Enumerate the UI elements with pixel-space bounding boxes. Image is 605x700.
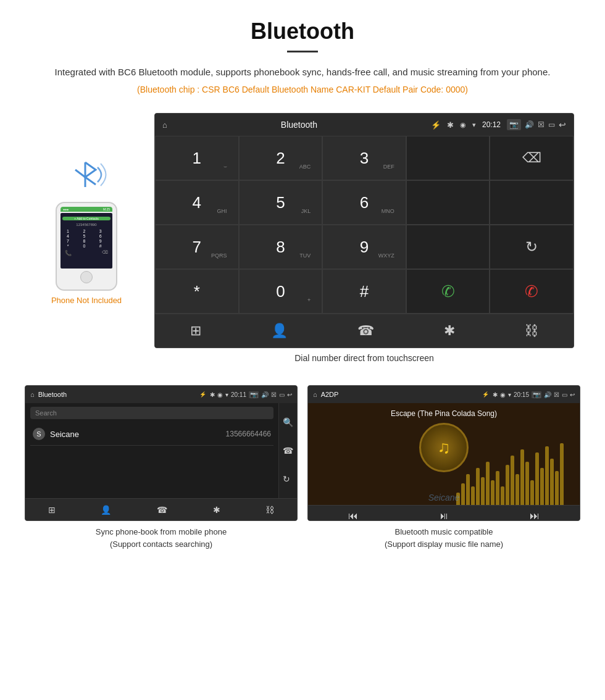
- dial-empty-4-2: [490, 180, 574, 225]
- bluetooth-signal-icon: [62, 150, 111, 199]
- dial-key-star[interactable]: *: [155, 269, 239, 314]
- pb-title: Bluetooth: [38, 391, 196, 398]
- location-icon: ◉: [460, 121, 466, 129]
- phone-mockup: ●●● M:25 + Add to Contacts 1234567890 1 …: [56, 202, 117, 291]
- music-note-icon: ♫: [438, 438, 451, 457]
- bottom-screens-section: ⌂ Bluetooth ⚡ ✱ ◉ ▾ 20:11 📷 🔊 ☒ ▭ ↩: [0, 385, 605, 565]
- eq-bar-10: [501, 486, 504, 505]
- dial-key-1[interactable]: 1 ⌣: [155, 136, 239, 180]
- dial-call-green-btn[interactable]: ✆: [406, 269, 490, 314]
- eq-bar-5: [476, 468, 480, 505]
- dial-key-2[interactable]: 2 ABC: [239, 136, 323, 180]
- dial-call-red-btn[interactable]: ✆: [490, 269, 574, 314]
- music-vol-icon: 🔊: [544, 391, 551, 398]
- pb-time: 20:11: [231, 391, 246, 398]
- home-icon: ⌂: [162, 120, 167, 130]
- screen-header: ⌂ Bluetooth ⚡ ✱ ◉ ▾ 20:12 📷 🔊 ☒ ▭ ↩: [155, 114, 574, 136]
- phone-top-bar: ●●● M:25: [60, 207, 112, 212]
- music-header-icons: ✱ ◉ ▾ 20:15 📷 🔊 ☒ ▭ ↩: [493, 391, 575, 398]
- page-title: Bluetooth: [37, 19, 568, 44]
- dial-bottom-row: ⊞ 👤 ☎ ✱ ⛓: [155, 314, 574, 348]
- dial-backspace-btn[interactable]: ⌫: [490, 136, 574, 180]
- dial-key-0[interactable]: 0 +: [239, 269, 323, 314]
- phone-key-7: 7: [62, 239, 73, 243]
- wifi-icon: ▾: [472, 121, 476, 129]
- pb-grid-icon[interactable]: ⊞: [48, 505, 56, 515]
- phone-key-2: 2: [78, 229, 90, 233]
- phone-key-3: 3: [95, 229, 106, 233]
- phone-key-5: 5: [78, 234, 90, 238]
- phone-icon[interactable]: ☎: [357, 323, 374, 339]
- camera-icon: 📷: [507, 119, 521, 130]
- phone-key-star: *: [62, 244, 73, 248]
- add-contacts-bar: + Add to Contacts: [62, 217, 111, 220]
- dial-refresh-btn[interactable]: ↻: [490, 225, 574, 269]
- dial-display-area: [406, 136, 490, 180]
- phonebook-header: ⌂ Bluetooth ⚡ ✱ ◉ ▾ 20:11 📷 🔊 ☒ ▭ ↩: [25, 386, 297, 403]
- header-icons-right: 📷 🔊 ☒ ▭ ↩: [507, 119, 566, 130]
- contact-name: Seicane: [50, 430, 221, 439]
- phone-not-included-label: Phone Not Included: [51, 296, 122, 305]
- dial-key-4[interactable]: 4 GHI: [155, 180, 239, 225]
- dial-caption: Dial number direct from touchscreen: [294, 348, 434, 373]
- contact-number: 13566664466: [226, 430, 271, 438]
- dial-key-9[interactable]: 9 WXYZ: [322, 225, 406, 269]
- grid-icon[interactable]: ⊞: [190, 323, 201, 339]
- eq-bar-4: [471, 486, 475, 505]
- pb-link-bottom-icon[interactable]: ⛓: [265, 505, 274, 515]
- seicane-watermark: Seicane: [428, 493, 460, 502]
- pb-side-refresh-icon[interactable]: ↻: [283, 474, 293, 484]
- bluetooth-signal-area: [62, 150, 111, 202]
- music-loc-icon: ◉: [500, 391, 506, 398]
- eq-bar-16: [530, 480, 534, 505]
- phone-key-6: 6: [95, 234, 106, 238]
- eq-bar-7: [486, 462, 490, 505]
- music-body: Escape (The Pina Colada Song) ♫: [308, 403, 580, 505]
- pb-screen-icon: ▭: [279, 391, 285, 398]
- close-box-icon: ☒: [538, 120, 544, 129]
- eq-bar-2: [461, 483, 465, 505]
- page-header: Bluetooth Integrated with BC6 Bluetooth …: [0, 0, 605, 107]
- dial-key-6[interactable]: 6 MNO: [322, 180, 406, 225]
- pb-loc-icon: ◉: [217, 391, 223, 398]
- dial-key-5[interactable]: 5 JKL: [239, 180, 323, 225]
- phone-illustration: ●●● M:25 + Add to Contacts 1234567890 1 …: [31, 138, 142, 305]
- screen-icon: ▭: [548, 120, 555, 129]
- link-icon[interactable]: ⛓: [525, 323, 538, 339]
- eq-bar-8: [491, 480, 494, 505]
- phonebook-caption-line2: (Support contacts searching): [110, 540, 212, 549]
- search-bar[interactable]: Search: [30, 407, 273, 419]
- dial-key-7[interactable]: 7 PQRS: [155, 225, 239, 269]
- phone-home-button: [80, 271, 93, 283]
- pb-bt-bottom-icon[interactable]: ✱: [213, 505, 220, 515]
- bluetooth-bottom-icon[interactable]: ✱: [444, 323, 455, 339]
- eq-bar-14: [520, 449, 524, 505]
- eq-bar-13: [515, 474, 519, 505]
- eq-bar-18: [540, 468, 544, 505]
- search-placeholder: Search: [35, 409, 57, 417]
- eq-bar-19: [545, 446, 549, 505]
- pb-header-icons: ✱ ◉ ▾ 20:11 📷 🔊 ☒ ▭ ↩: [210, 391, 292, 398]
- contacts-icon[interactable]: 👤: [271, 323, 288, 339]
- phonebook-content: Search S Seicane 13566664466 🔍 ☎ ↻: [25, 403, 297, 498]
- contact-initial: S: [33, 428, 45, 440]
- dial-key-hash[interactable]: #: [322, 269, 406, 314]
- pb-phone-icon[interactable]: ☎: [157, 505, 167, 515]
- phone-key-8: 8: [78, 239, 90, 243]
- phone-key-4: 4: [62, 234, 73, 238]
- phonebook-screen: ⌂ Bluetooth ⚡ ✱ ◉ ▾ 20:11 📷 🔊 ☒ ▭ ↩: [25, 385, 298, 521]
- next-icon[interactable]: ⏭: [530, 510, 540, 521]
- prev-icon[interactable]: ⏮: [348, 510, 358, 521]
- dial-key-3[interactable]: 3 DEF: [322, 136, 406, 180]
- pb-side-call-icon[interactable]: ☎: [283, 446, 293, 456]
- play-pause-icon[interactable]: ⏯: [439, 510, 449, 521]
- pb-close-icon: ☒: [271, 391, 277, 398]
- phonebook-caption-line1: Sync phone-book from mobile phone: [96, 527, 227, 536]
- pb-person-icon[interactable]: 👤: [101, 505, 111, 515]
- music-back-icon: ↩: [570, 391, 575, 398]
- music-screen-icon: ▭: [562, 391, 567, 398]
- dial-key-8[interactable]: 8 TUV: [239, 225, 323, 269]
- eq-bar-15: [525, 462, 529, 505]
- back-icon: ↩: [559, 120, 566, 130]
- pb-side-search-icon[interactable]: 🔍: [283, 417, 293, 427]
